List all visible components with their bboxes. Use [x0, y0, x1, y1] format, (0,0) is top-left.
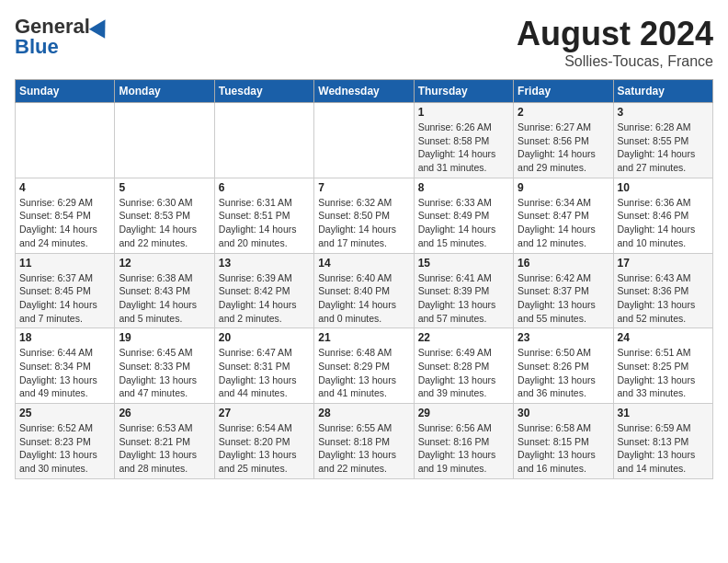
cell-info-text: Sunrise: 6:44 AMSunset: 8:34 PMDaylight:… [19, 346, 110, 400]
cell-date-number: 31 [618, 407, 709, 419]
calendar-cell: 4Sunrise: 6:29 AMSunset: 8:54 PMDaylight… [16, 178, 115, 253]
calendar-cell: 27Sunrise: 6:54 AMSunset: 8:20 PMDayligh… [214, 404, 313, 479]
cell-info-text: Sunrise: 6:31 AMSunset: 8:51 PMDaylight:… [219, 196, 310, 250]
calendar-week-row: 18Sunrise: 6:44 AMSunset: 8:34 PMDayligh… [16, 328, 713, 404]
cell-date-number: 13 [219, 257, 310, 270]
cell-date-number: 20 [219, 331, 310, 344]
calendar-cell: 7Sunrise: 6:32 AMSunset: 8:50 PMDaylight… [314, 178, 414, 253]
column-header-saturday: Saturday [613, 80, 712, 103]
cell-info-text: Sunrise: 6:30 AMSunset: 8:53 PMDaylight:… [119, 196, 210, 250]
cell-info-text: Sunrise: 6:51 AMSunset: 8:25 PMDaylight:… [618, 346, 709, 400]
cell-info-text: Sunrise: 6:56 AMSunset: 8:16 PMDaylight:… [418, 421, 509, 476]
cell-date-number: 10 [618, 181, 709, 194]
calendar-cell: 19Sunrise: 6:45 AMSunset: 8:33 PMDayligh… [115, 328, 214, 404]
cell-info-text: Sunrise: 6:47 AMSunset: 8:31 PMDaylight:… [219, 346, 310, 400]
page-header: General Blue August 2024 Sollies-Toucas,… [15, 15, 713, 70]
calendar-cell: 29Sunrise: 6:56 AMSunset: 8:16 PMDayligh… [414, 404, 513, 479]
cell-date-number: 5 [119, 181, 210, 194]
cell-info-text: Sunrise: 6:53 AMSunset: 8:21 PMDaylight:… [119, 421, 210, 476]
cell-info-text: Sunrise: 6:50 AMSunset: 8:26 PMDaylight:… [518, 346, 609, 400]
calendar-cell: 25Sunrise: 6:52 AMSunset: 8:23 PMDayligh… [16, 404, 115, 479]
cell-date-number: 9 [518, 181, 609, 194]
cell-date-number: 12 [119, 257, 210, 270]
cell-info-text: Sunrise: 6:38 AMSunset: 8:43 PMDaylight:… [119, 271, 210, 326]
cell-info-text: Sunrise: 6:41 AMSunset: 8:39 PMDaylight:… [418, 271, 509, 326]
cell-date-number: 17 [618, 257, 709, 270]
calendar-cell: 1Sunrise: 6:26 AMSunset: 8:58 PMDaylight… [414, 103, 513, 178]
calendar-cell: 15Sunrise: 6:41 AMSunset: 8:39 PMDayligh… [414, 253, 513, 328]
calendar-cell [314, 103, 414, 178]
calendar-cell [115, 103, 214, 178]
calendar-cell: 11Sunrise: 6:37 AMSunset: 8:45 PMDayligh… [16, 253, 115, 328]
column-header-monday: Monday [115, 80, 214, 103]
calendar-cell: 5Sunrise: 6:30 AMSunset: 8:53 PMDaylight… [115, 178, 214, 253]
cell-info-text: Sunrise: 6:28 AMSunset: 8:55 PMDaylight:… [618, 121, 709, 175]
cell-date-number: 19 [119, 331, 210, 344]
calendar-cell: 26Sunrise: 6:53 AMSunset: 8:21 PMDayligh… [115, 404, 214, 479]
calendar-cell: 23Sunrise: 6:50 AMSunset: 8:26 PMDayligh… [514, 328, 613, 404]
calendar-cell: 30Sunrise: 6:58 AMSunset: 8:15 PMDayligh… [514, 404, 613, 479]
cell-info-text: Sunrise: 6:45 AMSunset: 8:33 PMDaylight:… [119, 346, 210, 400]
calendar-week-row: 4Sunrise: 6:29 AMSunset: 8:54 PMDaylight… [16, 178, 713, 253]
calendar-cell: 13Sunrise: 6:39 AMSunset: 8:42 PMDayligh… [214, 253, 313, 328]
calendar-cell: 12Sunrise: 6:38 AMSunset: 8:43 PMDayligh… [115, 253, 214, 328]
calendar-cell: 14Sunrise: 6:40 AMSunset: 8:40 PMDayligh… [314, 253, 414, 328]
logo-triangle-icon [89, 15, 113, 39]
cell-date-number: 3 [618, 106, 709, 119]
calendar-cell: 28Sunrise: 6:55 AMSunset: 8:18 PMDayligh… [314, 404, 414, 479]
cell-info-text: Sunrise: 6:33 AMSunset: 8:49 PMDaylight:… [418, 196, 509, 250]
calendar-cell: 10Sunrise: 6:36 AMSunset: 8:46 PMDayligh… [613, 178, 712, 253]
cell-info-text: Sunrise: 6:49 AMSunset: 8:28 PMDaylight:… [418, 346, 509, 400]
cell-date-number: 8 [418, 181, 509, 194]
column-header-thursday: Thursday [414, 80, 513, 103]
calendar-cell: 22Sunrise: 6:49 AMSunset: 8:28 PMDayligh… [414, 328, 513, 404]
cell-info-text: Sunrise: 6:37 AMSunset: 8:45 PMDaylight:… [19, 271, 110, 326]
cell-info-text: Sunrise: 6:55 AMSunset: 8:18 PMDaylight:… [318, 421, 409, 476]
cell-date-number: 23 [518, 331, 609, 344]
logo: General Blue [15, 15, 110, 59]
cell-info-text: Sunrise: 6:39 AMSunset: 8:42 PMDaylight:… [219, 271, 310, 326]
calendar-cell: 6Sunrise: 6:31 AMSunset: 8:51 PMDaylight… [214, 178, 313, 253]
page-title: August 2024 [517, 15, 713, 53]
cell-date-number: 24 [618, 331, 709, 344]
cell-date-number: 26 [119, 407, 210, 419]
calendar-cell: 8Sunrise: 6:33 AMSunset: 8:49 PMDaylight… [414, 178, 513, 253]
cell-info-text: Sunrise: 6:40 AMSunset: 8:40 PMDaylight:… [318, 271, 409, 326]
title-block: August 2024 Sollies-Toucas, France [517, 15, 713, 70]
cell-date-number: 1 [418, 106, 509, 119]
logo-blue-text: Blue [15, 35, 59, 59]
calendar-cell: 24Sunrise: 6:51 AMSunset: 8:25 PMDayligh… [613, 328, 712, 404]
calendar-cell: 20Sunrise: 6:47 AMSunset: 8:31 PMDayligh… [214, 328, 313, 404]
calendar-header-row: SundayMondayTuesdayWednesdayThursdayFrid… [16, 80, 713, 103]
column-header-tuesday: Tuesday [214, 80, 313, 103]
calendar-cell: 9Sunrise: 6:34 AMSunset: 8:47 PMDaylight… [514, 178, 613, 253]
calendar-week-row: 25Sunrise: 6:52 AMSunset: 8:23 PMDayligh… [16, 404, 713, 479]
calendar-cell: 21Sunrise: 6:48 AMSunset: 8:29 PMDayligh… [314, 328, 414, 404]
calendar-cell: 31Sunrise: 6:59 AMSunset: 8:13 PMDayligh… [613, 404, 712, 479]
cell-date-number: 11 [19, 257, 110, 270]
cell-date-number: 4 [19, 181, 110, 194]
calendar-week-row: 1Sunrise: 6:26 AMSunset: 8:58 PMDaylight… [16, 103, 713, 178]
cell-date-number: 30 [518, 407, 609, 419]
column-header-wednesday: Wednesday [314, 80, 414, 103]
calendar-cell: 17Sunrise: 6:43 AMSunset: 8:36 PMDayligh… [613, 253, 712, 328]
calendar-cell [16, 103, 115, 178]
cell-date-number: 14 [318, 257, 409, 270]
cell-info-text: Sunrise: 6:54 AMSunset: 8:20 PMDaylight:… [219, 421, 310, 476]
cell-info-text: Sunrise: 6:43 AMSunset: 8:36 PMDaylight:… [618, 271, 709, 326]
cell-info-text: Sunrise: 6:58 AMSunset: 8:15 PMDaylight:… [518, 421, 609, 476]
column-header-sunday: Sunday [16, 80, 115, 103]
cell-info-text: Sunrise: 6:34 AMSunset: 8:47 PMDaylight:… [518, 196, 609, 250]
page-subtitle: Sollies-Toucas, France [517, 53, 713, 70]
cell-info-text: Sunrise: 6:48 AMSunset: 8:29 PMDaylight:… [318, 346, 409, 400]
calendar-cell: 2Sunrise: 6:27 AMSunset: 8:56 PMDaylight… [514, 103, 613, 178]
cell-date-number: 29 [418, 407, 509, 419]
cell-date-number: 28 [318, 407, 409, 419]
cell-info-text: Sunrise: 6:29 AMSunset: 8:54 PMDaylight:… [19, 196, 110, 250]
calendar-cell: 18Sunrise: 6:44 AMSunset: 8:34 PMDayligh… [16, 328, 115, 404]
cell-info-text: Sunrise: 6:32 AMSunset: 8:50 PMDaylight:… [318, 196, 409, 250]
cell-info-text: Sunrise: 6:59 AMSunset: 8:13 PMDaylight:… [618, 421, 709, 476]
cell-date-number: 22 [418, 331, 509, 344]
calendar-cell: 3Sunrise: 6:28 AMSunset: 8:55 PMDaylight… [613, 103, 712, 178]
calendar-cell [214, 103, 313, 178]
